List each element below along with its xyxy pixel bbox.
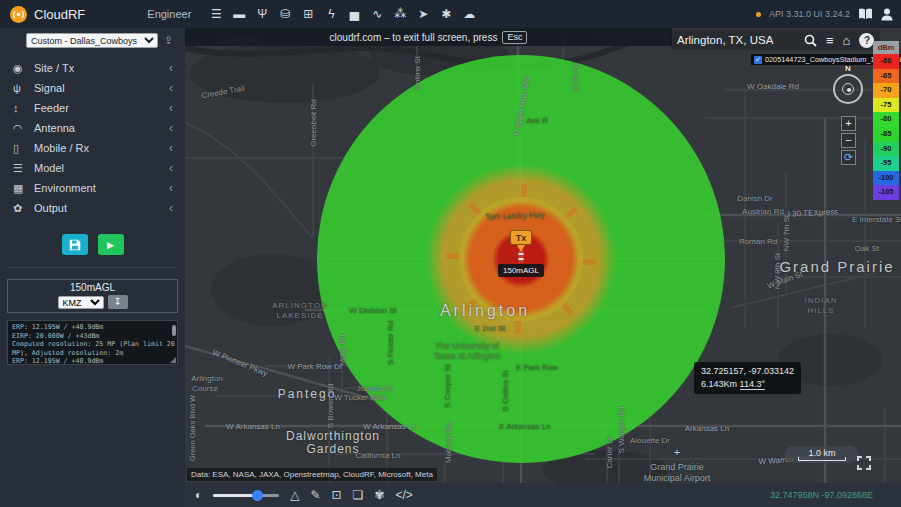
home-icon[interactable]: ⌂ — [843, 33, 851, 48]
layer-checkbox[interactable]: ✓ — [754, 56, 762, 64]
sidebar-item-output[interactable]: ✿Output‹ — [0, 198, 185, 218]
map-label: Texas at Arlington — [433, 351, 500, 361]
best-site-icon[interactable]: Ψ — [255, 7, 269, 21]
path-profile-icon[interactable]: ▅ — [347, 7, 361, 21]
tooltip-distance-row: 6.143Km 114.3° — [701, 378, 794, 391]
map-label: ARLINGTON — [272, 301, 328, 310]
fullscreen-toggle-icon[interactable] — [857, 456, 871, 470]
tx-marker-stem — [517, 245, 525, 252]
save-button[interactable] — [62, 234, 88, 255]
cloud-icon[interactable]: ☁ — [462, 7, 476, 21]
results-list-icon[interactable]: ≡ — [826, 33, 834, 48]
map-label: W Oakdale Rd — [747, 82, 799, 91]
map-scale-bar: 1.0 km — [785, 446, 859, 463]
chevron-left-icon: ‹ — [169, 121, 173, 135]
export-height-label: 150mAGL — [8, 282, 177, 293]
map-label: LAKESIDE — [276, 311, 323, 320]
sidebar-item-label: Antenna — [34, 122, 75, 134]
sidebar-item-site-tx[interactable]: ◉Site / Tx‹ — [0, 58, 185, 78]
user-role-label: Engineer — [147, 8, 191, 20]
user-account-icon[interactable] — [881, 8, 893, 21]
contrast-icon[interactable]: ◐ — [195, 488, 202, 502]
city-icon: ▦ — [13, 182, 30, 195]
map-label: Ave R — [526, 116, 548, 125]
menu-icon[interactable]: ☰ — [209, 7, 223, 21]
download-button[interactable]: ↧ — [108, 295, 128, 309]
compass-center-dot — [847, 88, 851, 92]
sidebar-item-label: Mobile / Rx — [34, 142, 89, 154]
legend-entry: -95 — [873, 156, 899, 171]
opacity-slider-knob[interactable] — [252, 490, 263, 501]
api-version-label: API 3.31.0 UI 3.24.2 — [769, 9, 850, 19]
mesh-icon[interactable]: ⁂ — [393, 7, 407, 21]
sliders-icon: ☰ — [13, 162, 30, 175]
sidebar-item-antenna[interactable]: ◠Antenna‹ — [0, 118, 185, 138]
docs-book-icon[interactable] — [858, 8, 873, 20]
export-format-select[interactable]: KMZ — [58, 296, 104, 309]
sidebar-item-mobile-rx[interactable]: ▯Mobile / Rx‹ — [0, 138, 185, 158]
search-input[interactable]: Arlington, TX, USA — [677, 34, 795, 46]
topbar-toolbar: ☰▬Ψ⛁⊞ϟ▅∿⁂➤✱☁ — [209, 7, 476, 21]
map-canvas[interactable]: Trinity BlvdCreede TrailRiverside Golf C… — [185, 28, 901, 483]
map-label: Matlock Rd — [444, 423, 453, 463]
sidebar-item-environment[interactable]: ▦Environment‹ — [0, 178, 185, 198]
sidebar-item-model[interactable]: ☰Model‹ — [0, 158, 185, 178]
multisite-icon[interactable]: ✱ — [439, 7, 453, 21]
map-label: Gardens — [306, 442, 359, 456]
map-label: Municipal Airport — [644, 473, 711, 483]
zoom-in-button[interactable]: + — [841, 116, 856, 131]
terrain-icon[interactable]: △ — [290, 488, 299, 502]
tx-height-badge: 150mAGL — [498, 264, 544, 277]
zoom-out-button[interactable]: − — [841, 133, 856, 148]
sidebar-item-signal[interactable]: ψSignal‹ — [0, 78, 185, 98]
route-icon[interactable]: ∿ — [370, 7, 384, 21]
search-bar: Arlington, TX, USA ≡ ⌂ ? — [671, 30, 880, 50]
palette-icon[interactable]: ✾ — [374, 488, 384, 502]
palette-icon: ✿ — [13, 202, 30, 215]
map-label: Collins St — [413, 56, 422, 90]
fullscreen-notice-text: cloudrf.com – to exit full screen, press — [330, 32, 498, 43]
map-label: Carter Dr — [605, 436, 614, 469]
run-button[interactable]: ▶ — [98, 234, 124, 255]
map-label: NW 7th St — [782, 215, 791, 251]
sidebar-item-feeder[interactable]: ↕Feeder‹ — [0, 98, 185, 118]
super-layer-icon[interactable]: ⊞ — [301, 7, 315, 21]
send-icon[interactable]: ➤ — [416, 7, 430, 21]
template-select[interactable]: Custom - Dallas_Cowboys — [26, 33, 158, 48]
tooltip-distance: 6.143Km — [701, 379, 737, 389]
template-upload-icon[interactable]: ⇪ — [164, 34, 173, 47]
code-icon[interactable]: </> — [395, 488, 412, 502]
map-label: Alouette Dr — [630, 436, 670, 445]
map-label: Roman Rd — [739, 237, 777, 246]
cloudrf-logo-icon — [10, 6, 27, 23]
map-label: California Ln — [356, 451, 401, 460]
crop-icon[interactable]: ⊡ — [332, 488, 342, 502]
search-icon[interactable] — [804, 34, 817, 47]
database-icon[interactable]: ⛁ — [278, 7, 292, 21]
tx-marker[interactable]: Tx — [510, 230, 532, 252]
stamp-icon[interactable]: ❏ — [353, 488, 364, 502]
reset-bearing-button[interactable]: ⟳ — [841, 150, 856, 165]
fullscreen-notice: cloudrf.com – to exit full screen, press… — [185, 28, 672, 46]
map-label: INDIAN — [804, 296, 837, 305]
opacity-slider[interactable] — [213, 494, 279, 497]
scrollbar-thumb[interactable] — [172, 325, 176, 336]
sidebar: Custom - Dallas_Cowboys ⇪ ◉Site / Tx‹ψSi… — [0, 28, 185, 507]
console-resize-handle[interactable] — [170, 357, 176, 363]
map-label: Arlington — [191, 374, 223, 383]
map-label: S Bowen Rd — [326, 384, 335, 428]
compass-rose[interactable] — [833, 74, 863, 104]
scale-bracket — [798, 457, 846, 461]
measure-icon[interactable]: ▬ — [232, 7, 246, 21]
sidebar-item-label: Site / Tx — [34, 62, 74, 74]
draw-icon[interactable]: ✎ — [310, 488, 320, 502]
interference-icon[interactable]: ϟ — [324, 7, 338, 21]
map-label: W Division St — [349, 306, 397, 315]
signal-legend: dBm -60-65-70-75-80-85-90-95-100-105 — [873, 41, 899, 200]
sidebar-menu: ◉Site / Tx‹ψSignal‹↕Feeder‹◠Antenna‹▯Mob… — [0, 58, 185, 218]
console-line: EIRP: 20.000W / +43dBm — [12, 332, 169, 341]
map-label: HILLS — [807, 306, 834, 315]
console-log[interactable]: ERP: 12.195W / +40.9dBmEIRP: 20.000W / +… — [7, 320, 178, 365]
esc-key: Esc — [502, 31, 527, 44]
floppy-icon — [69, 239, 81, 251]
